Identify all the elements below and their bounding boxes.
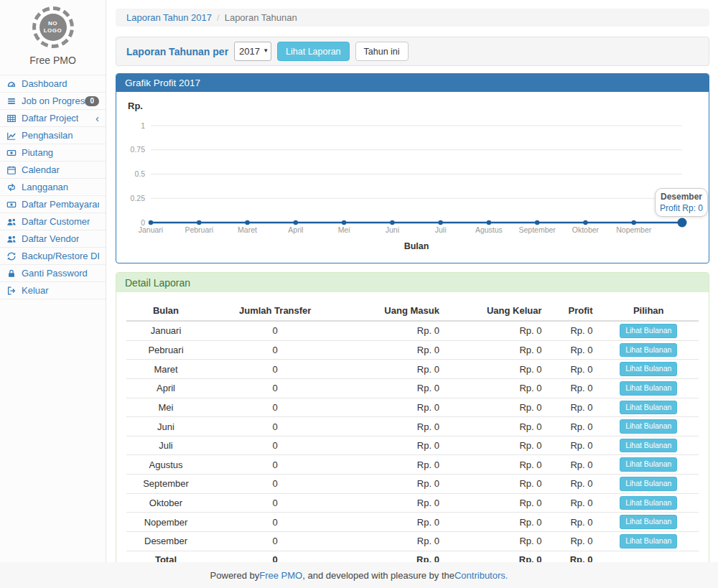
cell-bulan: Agustus bbox=[126, 455, 205, 475]
job-count-badge: 0 bbox=[85, 96, 99, 106]
cell-jumlah-transfer: 0 bbox=[205, 417, 345, 437]
cell-bulan: September bbox=[126, 475, 205, 494]
tasks-icon bbox=[6, 95, 17, 106]
lihat-bulanan-button[interactable]: Lihat Bulanan bbox=[620, 457, 677, 472]
line-chart-icon bbox=[6, 130, 17, 141]
report-table: BulanJumlah TransferUang MasukUang Kelua… bbox=[126, 301, 699, 568]
cell-bulan: Pebruari bbox=[126, 340, 205, 360]
table-row: Maret0Rp. 0Rp. 0Rp. 0Lihat Bulanan bbox=[126, 360, 699, 379]
cell-jumlah-transfer: 0 bbox=[205, 321, 345, 340]
sidebar-item-keluar[interactable]: Keluar bbox=[0, 282, 106, 299]
sidebar-item-label: Keluar bbox=[22, 285, 49, 296]
lihat-bulanan-button[interactable]: Lihat Bulanan bbox=[620, 477, 677, 491]
cell-uang-keluar: Rp. 0 bbox=[445, 493, 548, 513]
breadcrumb-separator: / bbox=[217, 12, 220, 23]
cell-uang-keluar: Rp. 0 bbox=[445, 340, 548, 360]
cell-pilihan: Lihat Bulanan bbox=[598, 321, 699, 340]
lihat-bulanan-button[interactable]: Lihat Bulanan bbox=[620, 439, 677, 453]
table-row: Januari0Rp. 0Rp. 0Rp. 0Lihat Bulanan bbox=[126, 321, 699, 340]
chart-canvas: Rp.10.750.50.250JanuariPebruariMaretApri… bbox=[123, 99, 702, 256]
sidebar-item-calendar[interactable]: Calendar bbox=[0, 162, 106, 179]
footer-link-contributors[interactable]: Contributors. bbox=[454, 570, 508, 581]
cell-jumlah-transfer: 0 bbox=[205, 532, 345, 551]
data-point bbox=[342, 220, 346, 225]
sidebar-item-daftar-vendor[interactable]: Daftar Vendor bbox=[0, 230, 106, 248]
column-header-profit: Profit bbox=[548, 301, 599, 321]
cell-pilihan: Lihat Bulanan bbox=[598, 436, 699, 455]
sidebar-item-penghasilan[interactable]: Penghasilan bbox=[0, 127, 106, 144]
cell-profit: Rp. 0 bbox=[548, 532, 599, 551]
sidebar-item-label: Daftar Pembayaran bbox=[22, 199, 99, 210]
sidebar-item-label: Daftar Vendor bbox=[22, 233, 79, 244]
x-tick-label: Januari bbox=[139, 225, 163, 234]
cell-jumlah-transfer: 0 bbox=[205, 378, 345, 398]
data-point bbox=[583, 220, 587, 225]
page-footer: Powered by Free PMO , and developed with… bbox=[0, 562, 718, 588]
data-point bbox=[438, 220, 442, 225]
cell-bulan: Mei bbox=[126, 398, 205, 417]
data-point bbox=[535, 220, 539, 225]
lihat-bulanan-button[interactable]: Lihat Bulanan bbox=[620, 343, 677, 358]
brand-name: Free PMO bbox=[0, 55, 106, 66]
detail-panel-title: Detail Laporan bbox=[116, 273, 709, 292]
sidebar-item-ganti-password[interactable]: Ganti Password bbox=[0, 265, 106, 282]
users-icon bbox=[6, 233, 17, 244]
y-tick-label: 0.5 bbox=[134, 169, 145, 178]
lihat-bulanan-button[interactable]: Lihat Bulanan bbox=[620, 324, 677, 338]
cell-uang-keluar: Rp. 0 bbox=[445, 475, 548, 494]
tahun-ini-button[interactable]: Tahun ini bbox=[355, 42, 409, 61]
no-logo-placeholder: NOLOGO bbox=[39, 14, 67, 41]
cell-uang-masuk: Rp. 0 bbox=[345, 378, 444, 398]
breadcrumb-current: Laporan Tahunan bbox=[225, 12, 297, 23]
sidebar-item-dashboard[interactable]: Dashboard bbox=[0, 75, 106, 93]
sidebar-item-daftar-project[interactable]: Daftar Project‹ bbox=[0, 110, 106, 127]
x-tick-label: Agustus bbox=[475, 225, 503, 234]
table-row: Juli0Rp. 0Rp. 0Rp. 0Lihat Bulanan bbox=[126, 436, 699, 455]
users-icon bbox=[6, 216, 17, 227]
cell-profit: Rp. 0 bbox=[548, 378, 599, 398]
breadcrumb-link-laporan-tahun[interactable]: Laporan Tahun 2017 bbox=[126, 12, 212, 23]
table-row: Pebruari0Rp. 0Rp. 0Rp. 0Lihat Bulanan bbox=[126, 340, 699, 360]
sidebar-item-piutang[interactable]: Piutang bbox=[0, 144, 106, 162]
x-tick-label: Mei bbox=[338, 225, 350, 234]
cell-jumlah-transfer: 0 bbox=[205, 455, 345, 475]
sidebar-item-daftar-customer[interactable]: Daftar Customer bbox=[0, 213, 106, 230]
cell-jumlah-transfer: 0 bbox=[205, 436, 345, 455]
cell-pilihan: Lihat Bulanan bbox=[598, 340, 699, 360]
cell-uang-masuk: Rp. 0 bbox=[345, 532, 444, 551]
lihat-bulanan-button[interactable]: Lihat Bulanan bbox=[620, 381, 677, 396]
sidebar-item-job-on-progress[interactable]: Job on Progress0 bbox=[0, 93, 106, 110]
cell-uang-masuk: Rp. 0 bbox=[345, 398, 444, 417]
lihat-bulanan-button[interactable]: Lihat Bulanan bbox=[620, 515, 677, 529]
year-select[interactable]: 2017 bbox=[234, 42, 271, 61]
data-point bbox=[245, 220, 249, 225]
lihat-bulanan-button[interactable]: Lihat Bulanan bbox=[620, 419, 677, 434]
y-tick-label: 0.75 bbox=[131, 145, 146, 154]
cell-profit: Rp. 0 bbox=[548, 493, 599, 513]
footer-link-free-pmo[interactable]: Free PMO bbox=[259, 570, 302, 581]
sidebar-item-backup-restore-db[interactable]: Backup/Restore DB bbox=[0, 248, 106, 265]
sidebar-item-label: Dashboard bbox=[22, 78, 67, 89]
detail-report-panel: Detail Laporan BulanJumlah TransferUang … bbox=[116, 272, 709, 579]
table-row: Juni0Rp. 0Rp. 0Rp. 0Lihat Bulanan bbox=[126, 417, 699, 437]
cell-pilihan: Lihat Bulanan bbox=[598, 475, 699, 494]
sidebar-item-daftar-pembayaran[interactable]: Daftar Pembayaran bbox=[0, 196, 106, 213]
cell-uang-keluar: Rp. 0 bbox=[445, 360, 548, 379]
cell-profit: Rp. 0 bbox=[548, 340, 599, 360]
lihat-laporan-button[interactable]: Lihat Laporan bbox=[277, 42, 349, 61]
table-icon bbox=[6, 113, 17, 123]
cell-bulan: Desember bbox=[126, 532, 205, 551]
cell-uang-masuk: Rp. 0 bbox=[345, 340, 444, 360]
lihat-bulanan-button[interactable]: Lihat Bulanan bbox=[620, 496, 677, 510]
cell-uang-keluar: Rp. 0 bbox=[445, 455, 548, 475]
lihat-bulanan-button[interactable]: Lihat Bulanan bbox=[620, 401, 677, 415]
lihat-bulanan-button[interactable]: Lihat Bulanan bbox=[620, 534, 677, 549]
cell-uang-keluar: Rp. 0 bbox=[445, 321, 548, 340]
sidebar-item-langganan[interactable]: Langganan bbox=[0, 179, 106, 196]
lock-icon bbox=[6, 268, 17, 279]
table-row: Nopember0Rp. 0Rp. 0Rp. 0Lihat Bulanan bbox=[126, 513, 699, 532]
y-tick-label: 0.25 bbox=[131, 194, 146, 202]
cell-uang-masuk: Rp. 0 bbox=[345, 360, 444, 379]
lihat-bulanan-button[interactable]: Lihat Bulanan bbox=[620, 362, 677, 376]
logo-circle: NOLOGO bbox=[32, 6, 74, 48]
